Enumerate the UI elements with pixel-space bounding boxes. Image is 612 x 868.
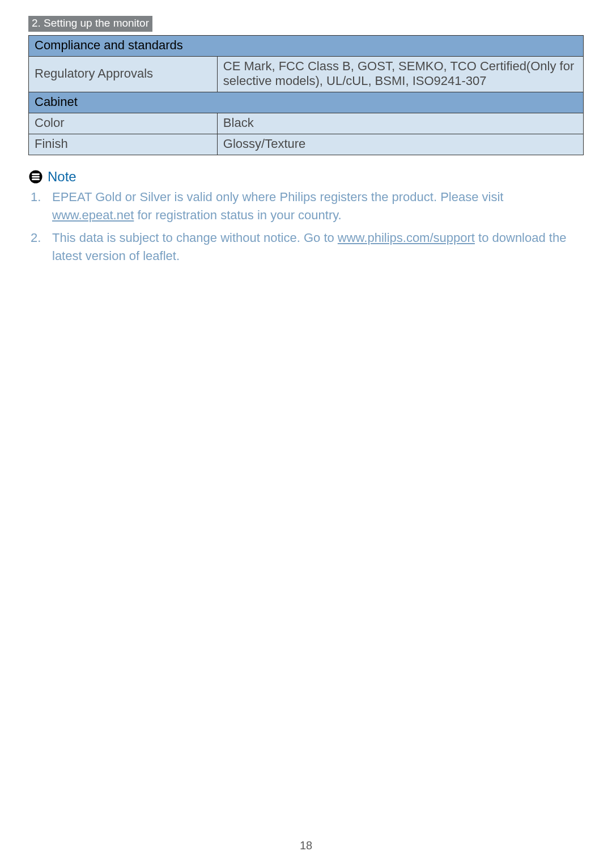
table-cell-label: Finish: [29, 134, 218, 155]
note-title-row: Note: [28, 169, 584, 185]
note-text-pre: EPEAT Gold or Silver is valid only where…: [52, 190, 503, 204]
page-number: 18: [0, 839, 612, 852]
note-text-post: for registration status in your country.: [134, 208, 341, 222]
section-header: 2. Setting up the monitor: [28, 16, 152, 32]
table-header-row: Compliance and standards: [29, 36, 584, 57]
note-text-pre: This data is subject to change without n…: [52, 231, 338, 245]
table-row: Finish Glossy/Texture: [29, 134, 584, 155]
table-cell-value: Glossy/Texture: [217, 134, 583, 155]
svg-rect-2: [32, 176, 40, 178]
note-title-text: Note: [48, 169, 76, 185]
spec-table: Compliance and standards Regulatory Appr…: [28, 35, 584, 155]
svg-rect-3: [32, 178, 40, 180]
table-cell-label: Color: [29, 113, 218, 134]
table-cell-value: CE Mark, FCC Class B, GOST, SEMKO, TCO C…: [217, 57, 583, 92]
note-icon: [28, 169, 43, 184]
table-cell-value: Black: [217, 113, 583, 134]
note-item: EPEAT Gold or Silver is valid only where…: [28, 188, 584, 224]
note-item: This data is subject to change without n…: [28, 229, 584, 265]
note-list: EPEAT Gold or Silver is valid only where…: [28, 188, 584, 265]
table-row: Color Black: [29, 113, 584, 134]
table-header-compliance: Compliance and standards: [29, 36, 584, 57]
note-link-epeat[interactable]: www.epeat.net: [52, 208, 134, 222]
note-block: Note EPEAT Gold or Silver is valid only …: [28, 169, 584, 265]
table-header-row: Cabinet: [29, 92, 584, 113]
svg-rect-1: [32, 173, 40, 175]
table-header-cabinet: Cabinet: [29, 92, 584, 113]
table-row: Regulatory Approvals CE Mark, FCC Class …: [29, 57, 584, 92]
note-link-philips-support[interactable]: www.philips.com/support: [338, 231, 475, 245]
table-cell-label: Regulatory Approvals: [29, 57, 218, 92]
